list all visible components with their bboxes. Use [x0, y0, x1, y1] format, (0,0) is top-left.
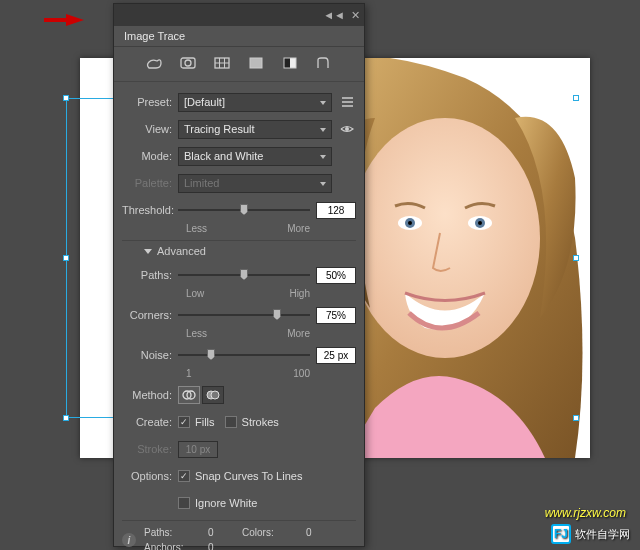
outline-icon[interactable] — [314, 55, 334, 71]
view-eye-icon[interactable] — [338, 120, 356, 138]
palette-select: Limited — [178, 174, 332, 193]
collapse-icon[interactable]: ◄◄ — [323, 10, 345, 21]
stroke-label: Stroke: — [122, 443, 178, 455]
svg-point-4 — [408, 221, 412, 225]
preset-select[interactable]: [Default] — [178, 93, 332, 112]
info-section: i Paths:0 Colors:0 Anchors:0 — [122, 527, 356, 550]
mode-select[interactable]: Black and White — [178, 147, 332, 166]
black-white-icon[interactable] — [280, 55, 300, 71]
palette-label: Palette: — [122, 177, 178, 189]
svg-rect-15 — [284, 58, 290, 68]
grayscale-icon[interactable] — [246, 55, 266, 71]
create-label: Create: — [122, 416, 178, 428]
corners-label: Corners: — [122, 309, 178, 321]
preset-label: Preset: — [122, 96, 178, 108]
auto-color-icon[interactable] — [144, 55, 164, 71]
svg-point-9 — [185, 60, 191, 66]
panel-tab[interactable]: Image Trace — [114, 26, 364, 46]
strokes-checkbox[interactable] — [225, 416, 237, 428]
svg-rect-14 — [250, 58, 262, 68]
paths-label: Paths: — [122, 269, 178, 281]
info-icon: i — [122, 533, 136, 547]
options-label: Options: — [122, 470, 178, 482]
watermark-url: www.rjzxw.com — [545, 506, 626, 520]
threshold-label: Threshold: — [122, 204, 178, 216]
preset-menu-icon[interactable] — [338, 93, 356, 111]
ignore-white-checkbox[interactable] — [178, 497, 190, 509]
mode-label: Mode: — [122, 150, 178, 162]
threshold-input[interactable]: 128 — [316, 202, 356, 219]
corners-input[interactable]: 75% — [316, 307, 356, 324]
snap-checkbox[interactable]: ✓ — [178, 470, 190, 482]
corners-slider[interactable] — [178, 308, 310, 322]
fills-checkbox[interactable]: ✓ — [178, 416, 190, 428]
noise-slider[interactable] — [178, 348, 310, 362]
chevron-down-icon — [144, 249, 152, 254]
low-color-icon[interactable] — [212, 55, 232, 71]
method-overlapping-button[interactable] — [202, 386, 224, 404]
high-color-icon[interactable] — [178, 55, 198, 71]
paths-input[interactable]: 50% — [316, 267, 356, 284]
method-label: Method: — [122, 389, 178, 401]
preset-icon-row — [114, 47, 364, 77]
advanced-toggle[interactable]: Advanced — [144, 245, 356, 257]
svg-point-7 — [478, 221, 482, 225]
svg-point-21 — [345, 127, 349, 131]
stroke-input: 10 px — [178, 441, 218, 458]
close-icon[interactable]: ✕ — [351, 10, 360, 21]
method-abutting-button[interactable] — [178, 386, 200, 404]
noise-input[interactable]: 25 px — [316, 347, 356, 364]
view-label: View: — [122, 123, 178, 135]
threshold-slider[interactable] — [178, 203, 310, 217]
noise-label: Noise: — [122, 349, 178, 361]
image-trace-panel: ◄◄ ✕ Image Trace Preset: [Default] View:… — [113, 3, 365, 547]
panel-titlebar[interactable]: ◄◄ ✕ — [114, 4, 364, 26]
svg-point-25 — [211, 391, 219, 399]
svg-rect-16 — [290, 58, 296, 68]
view-select[interactable]: Tracing Result — [178, 120, 332, 139]
paths-slider[interactable] — [178, 268, 310, 282]
watermark-logo: FJ软件自学网 — [551, 524, 630, 544]
annotation-arrow — [66, 14, 84, 26]
